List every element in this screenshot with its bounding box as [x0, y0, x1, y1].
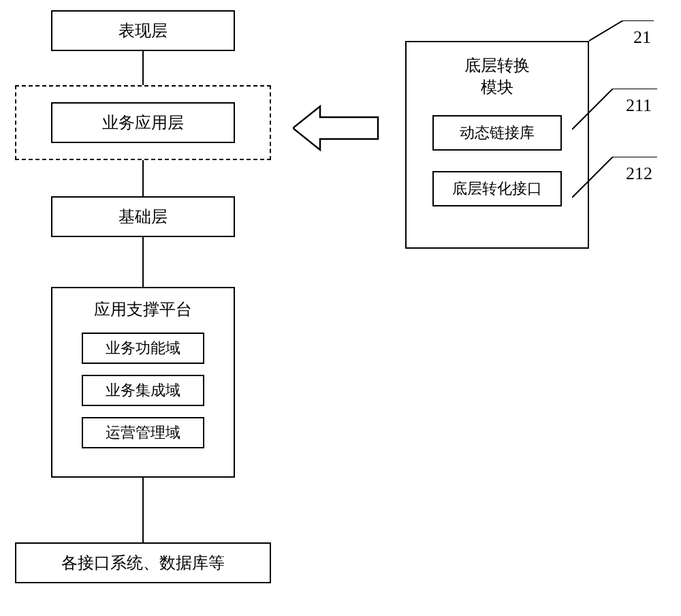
- conversion-interface-box: 底层转化接口: [432, 171, 562, 206]
- conversion-interface-label: 底层转化接口: [452, 179, 542, 199]
- business-app-layer-box: 业务应用层: [51, 102, 235, 143]
- operation-management-domain-label: 运营管理域: [106, 422, 180, 443]
- block-arrow-left: [293, 101, 381, 155]
- dynamic-link-library-label: 动态链接库: [460, 123, 535, 143]
- presentation-layer-box: 表现层: [51, 10, 235, 51]
- presentation-layer-label: 表现层: [118, 20, 168, 42]
- interface-systems-box: 各接口系统、数据库等: [15, 542, 271, 583]
- foundation-layer-box: 基础层: [51, 196, 235, 237]
- conversion-module-box: 底层转换 模块 动态链接库 底层转化接口: [405, 41, 589, 249]
- svg-line-0: [589, 20, 623, 41]
- foundation-layer-label: 基础层: [118, 206, 168, 228]
- ref-label-212: 212: [626, 164, 652, 184]
- operation-management-domain-box: 运营管理域: [82, 417, 204, 448]
- connector-1: [142, 51, 144, 85]
- app-support-platform-title: 应用支撑平台: [52, 298, 234, 320]
- business-integration-domain-label: 业务集成域: [106, 380, 180, 401]
- business-app-layer-label: 业务应用层: [102, 112, 184, 134]
- connector-3: [142, 237, 144, 287]
- svg-line-4: [572, 157, 613, 198]
- ref-label-21: 21: [633, 27, 651, 48]
- connector-4: [142, 478, 144, 542]
- interface-systems-label: 各接口系统、数据库等: [61, 552, 225, 574]
- dynamic-link-library-box: 动态链接库: [432, 115, 562, 151]
- app-support-platform-box: 应用支撑平台 业务功能域 业务集成域 运营管理域: [51, 287, 235, 478]
- business-function-domain-box: 业务功能域: [82, 333, 204, 364]
- svg-line-2: [572, 89, 613, 129]
- business-function-domain-label: 业务功能域: [106, 338, 180, 358]
- connector-2: [142, 160, 144, 196]
- business-integration-domain-box: 业务集成域: [82, 375, 204, 406]
- ref-label-211: 211: [626, 95, 652, 116]
- conversion-module-title: 底层转换 模块: [407, 55, 588, 98]
